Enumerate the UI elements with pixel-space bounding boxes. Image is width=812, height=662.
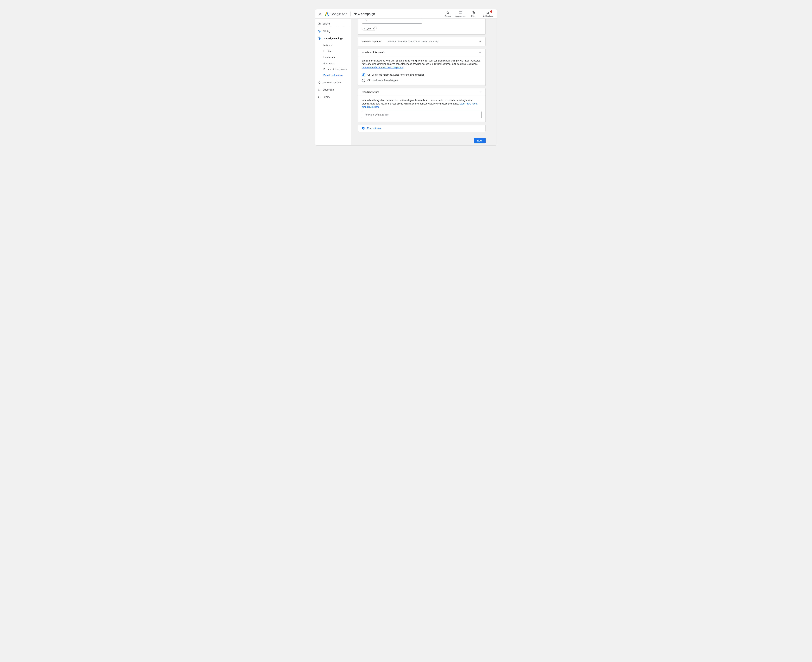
svg-point-7 bbox=[318, 30, 321, 32]
page-title: New campaign bbox=[354, 12, 375, 16]
broad-match-card: Broad match keywords Broad match keyword… bbox=[358, 49, 486, 86]
check-circle-icon bbox=[318, 37, 321, 40]
substep-locations[interactable]: Locations bbox=[322, 48, 349, 54]
header-right: Search Appearance Help ! Notifications bbox=[443, 11, 494, 17]
pageview-icon bbox=[318, 22, 321, 25]
substep-brand-restrictions[interactable]: Brand restrictions bbox=[322, 72, 349, 78]
substep-brand-restrictions-label: Brand restrictions bbox=[324, 74, 343, 76]
close-icon bbox=[372, 27, 375, 29]
svg-point-6 bbox=[319, 23, 319, 24]
close-icon bbox=[319, 12, 322, 16]
main-inner: English Audience segments Select audienc… bbox=[358, 19, 486, 143]
language-chip-label: English bbox=[364, 27, 372, 29]
chevron-down-icon bbox=[478, 40, 482, 43]
audience-card-title: Audience segments bbox=[362, 40, 388, 43]
brand-list-input[interactable]: Add up to 10 brand lists bbox=[362, 111, 482, 118]
language-search-input[interactable] bbox=[362, 19, 422, 24]
next-button[interactable]: Next bbox=[474, 138, 486, 143]
radio-broad-on-label: On: Use broad match keywords for your en… bbox=[367, 73, 425, 76]
language-chip-english[interactable]: English bbox=[362, 26, 377, 31]
search-icon bbox=[364, 19, 367, 22]
more-settings-label: More settings bbox=[367, 127, 381, 130]
broad-match-body: Broad match keywords work with Smart Bid… bbox=[358, 56, 485, 85]
audience-segments-card[interactable]: Audience segments Select audience segmen… bbox=[358, 37, 486, 46]
more-settings-button[interactable]: More settings bbox=[358, 125, 486, 132]
logo-text: Google Ads bbox=[330, 12, 347, 16]
step-bidding-label: Bidding bbox=[323, 30, 330, 33]
brand-restrictions-header[interactable]: Brand restrictions bbox=[358, 88, 485, 96]
substep-audiences-label: Audiences bbox=[324, 62, 334, 64]
radio-broad-off[interactable]: Off: Use keyword match types bbox=[362, 79, 482, 82]
app-window: Google Ads New campaign Search Appearanc… bbox=[315, 9, 497, 146]
circle-icon bbox=[318, 81, 321, 84]
footer-row: Next bbox=[358, 138, 486, 143]
header-appearance[interactable]: Appearance bbox=[456, 11, 465, 17]
substep-languages[interactable]: Languages bbox=[322, 54, 349, 60]
header-left: Google Ads New campaign bbox=[316, 10, 375, 18]
svg-point-10 bbox=[318, 89, 320, 91]
gear-icon bbox=[361, 126, 365, 130]
google-ads-logo-icon bbox=[325, 12, 329, 16]
svg-point-12 bbox=[364, 19, 366, 21]
header-appearance-label: Appearance bbox=[455, 15, 466, 17]
header-search-label: Search bbox=[445, 15, 451, 17]
radio-broad-off-label: Off: Use keyword match types bbox=[367, 79, 398, 82]
appearance-icon bbox=[459, 11, 462, 14]
broad-match-header[interactable]: Broad match keywords bbox=[358, 49, 485, 56]
help-icon bbox=[472, 11, 475, 14]
check-circle-icon bbox=[318, 30, 321, 33]
substep-locations-label: Locations bbox=[324, 50, 333, 52]
app-body: Search Bidding Campaign settings Network… bbox=[315, 19, 497, 145]
brand-restrictions-body: Your ads will only show on searches that… bbox=[358, 96, 485, 122]
substep-audiences[interactable]: Audiences bbox=[322, 60, 349, 66]
languages-card: English bbox=[358, 19, 486, 34]
broad-match-title: Broad match keywords bbox=[362, 51, 385, 54]
svg-rect-2 bbox=[459, 11, 462, 14]
substeps: Network Locations Languages Audiences Br… bbox=[321, 42, 349, 78]
brand-restrictions-title: Brand restrictions bbox=[362, 91, 379, 93]
step-campaign-settings-label: Campaign settings bbox=[323, 37, 343, 40]
svg-rect-5 bbox=[318, 23, 321, 25]
main-scroll[interactable]: English Audience segments Select audienc… bbox=[351, 19, 497, 145]
substep-network-label: Network bbox=[324, 44, 332, 47]
step-campaign-settings[interactable]: Campaign settings bbox=[317, 35, 349, 42]
radio-icon bbox=[362, 79, 365, 82]
substep-network[interactable]: Network bbox=[322, 42, 349, 48]
sidebar-search-label: Search bbox=[323, 22, 330, 25]
brand-restrictions-card: Brand restrictions Your ads will only sh… bbox=[358, 88, 486, 122]
substep-broad-match-label: Broad match keywords bbox=[324, 68, 346, 71]
logo: Google Ads bbox=[325, 12, 347, 16]
step-bidding[interactable]: Bidding bbox=[317, 28, 349, 35]
header-help[interactable]: Help bbox=[469, 11, 478, 17]
header-search[interactable]: Search bbox=[443, 11, 453, 17]
svg-point-0 bbox=[325, 14, 326, 16]
step-keywords-ads[interactable]: Keywords and ads bbox=[317, 79, 349, 86]
circle-icon bbox=[318, 88, 321, 91]
broad-match-learn-more-link[interactable]: Learn more about broad match keywords bbox=[362, 66, 403, 69]
app-header: Google Ads New campaign Search Appearanc… bbox=[315, 10, 497, 19]
substep-broad-match[interactable]: Broad match keywords bbox=[322, 66, 349, 72]
step-extensions[interactable]: Extensions bbox=[317, 86, 349, 93]
svg-point-9 bbox=[318, 82, 320, 84]
header-notifications-label: Notifications bbox=[482, 15, 493, 17]
search-icon bbox=[446, 11, 450, 14]
notification-badge: ! bbox=[490, 10, 492, 13]
sidebar: Search Bidding Campaign settings Network… bbox=[315, 19, 351, 145]
broad-match-desc: Broad match keywords work with Smart Bid… bbox=[362, 59, 480, 65]
close-button[interactable] bbox=[316, 10, 324, 18]
step-extensions-label: Extensions bbox=[323, 88, 334, 91]
svg-point-1 bbox=[446, 11, 449, 13]
radio-icon bbox=[362, 73, 365, 76]
header-notifications[interactable]: ! Notifications bbox=[481, 11, 494, 17]
chevron-up-icon bbox=[478, 90, 482, 94]
logo-text-google: Google bbox=[330, 12, 341, 16]
step-review[interactable]: Review bbox=[317, 93, 349, 100]
brand-restrictions-desc: Your ads will only show on searches that… bbox=[362, 99, 472, 105]
sidebar-search[interactable]: Search bbox=[317, 21, 349, 27]
substep-languages-label: Languages bbox=[324, 56, 335, 58]
svg-point-11 bbox=[318, 96, 320, 98]
chevron-up-icon bbox=[478, 51, 482, 54]
logo-text-ads: Ads bbox=[342, 12, 347, 16]
circle-icon bbox=[318, 95, 321, 98]
radio-broad-on[interactable]: On: Use broad match keywords for your en… bbox=[362, 73, 482, 76]
